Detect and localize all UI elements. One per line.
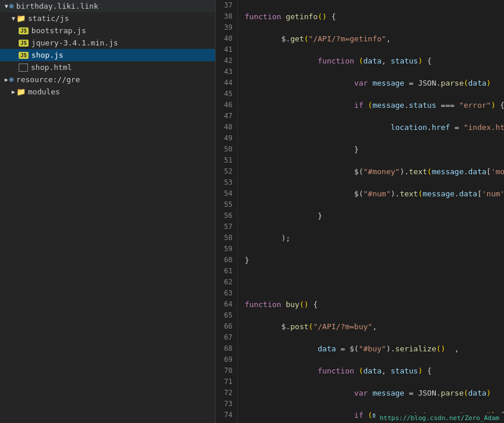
code-line-44: $("#money").text(message.data['money']): [245, 166, 504, 177]
code-line-45: $("#num").text(message.data['num']): [245, 188, 504, 199]
sidebar-item-birthday[interactable]: ▼ ⊕ birthday.liki.link: [0, 0, 215, 12]
code-editor: 3738394041 4243444546 4748495051 5253545…: [216, 0, 504, 423]
folder-icon-2: 📁: [16, 87, 26, 96]
code-line-41: if (message.status === "error") {: [245, 100, 504, 111]
code-line-48: }: [245, 255, 504, 266]
code-line-39: function (data, status) {: [245, 55, 504, 66]
chevron-right-icon: ▶: [5, 76, 8, 83]
code-line-50: function buy() {: [245, 299, 504, 310]
js-badge: JS: [19, 27, 29, 34]
code-line-43: }: [245, 144, 504, 155]
code-line-52: data = $("#buy").serialize() ,: [245, 343, 504, 354]
sidebar-item-resource[interactable]: ▶ ⊕ resource://gre: [0, 73, 215, 86]
globe-icon-2: ⊕: [9, 75, 14, 84]
code-line-53: function (data, status) {: [245, 365, 504, 376]
chevron-down-icon: ▼: [5, 3, 8, 9]
code-line-46: }: [245, 210, 504, 221]
sidebar-item-shop-html[interactable]: shop.html: [0, 61, 215, 73]
sidebar-item-label: jquery-3.4.1.min.js: [31, 38, 118, 47]
sidebar-item-label: resource://gre: [16, 75, 80, 84]
sidebar-item-label: shop.js: [31, 51, 64, 59]
code-line-54: var message = JSON.parse(data): [245, 387, 504, 399]
globe-icon: ⊕: [9, 2, 14, 10]
folder-icon: 📁: [16, 14, 26, 23]
url-hint: https://blog.csdn.net/Zero_Adam: [375, 413, 504, 423]
file-icon: [19, 64, 28, 72]
file-explorer: ▼ ⊕ birthday.liki.link ▼ 📁 static/js JS …: [0, 0, 216, 423]
sidebar-item-shop-js[interactable]: JS shop.js: [0, 49, 215, 61]
sidebar-item-label: bootstrap.js: [31, 26, 86, 35]
sidebar-item-bootstrap[interactable]: JS bootstrap.js: [0, 24, 215, 37]
sidebar-item-label: birthday.liki.link: [16, 2, 98, 10]
sidebar-item-jquery[interactable]: JS jquery-3.4.1.min.js: [0, 37, 215, 49]
code-line-42: location.href = "index.html": [245, 122, 504, 133]
code-line-49: [245, 277, 504, 288]
sidebar-item-static-js[interactable]: ▼ 📁 static/js: [0, 12, 215, 24]
js-badge-2: JS: [19, 40, 29, 47]
code-line-47: );: [245, 232, 504, 244]
chevron-down-icon-2: ▼: [12, 15, 15, 22]
sidebar-item-label: shop.html: [31, 63, 72, 72]
code-line-37: function getinfo() {: [245, 11, 504, 22]
sidebar-item-label: static/js: [28, 14, 69, 23]
chevron-right-icon-2: ▶: [12, 89, 15, 95]
code-text: function getinfo() { $.get("/API/?m=geti…: [238, 0, 504, 423]
js-badge-3: JS: [19, 52, 29, 59]
code-line-51: $.post("/API/?m=buy",: [245, 321, 504, 332]
code-line-40: var message = JSON.parse(data): [245, 77, 504, 89]
code-content: 3738394041 4243444546 4748495051 5253545…: [216, 0, 504, 423]
code-line-38: $.get("/API/?m=getinfo",: [245, 33, 504, 44]
sidebar-item-modules[interactable]: ▶ 📁 modules: [0, 86, 215, 98]
line-numbers: 3738394041 4243444546 4748495051 5253545…: [216, 0, 238, 423]
sidebar-item-label: modules: [28, 87, 60, 96]
